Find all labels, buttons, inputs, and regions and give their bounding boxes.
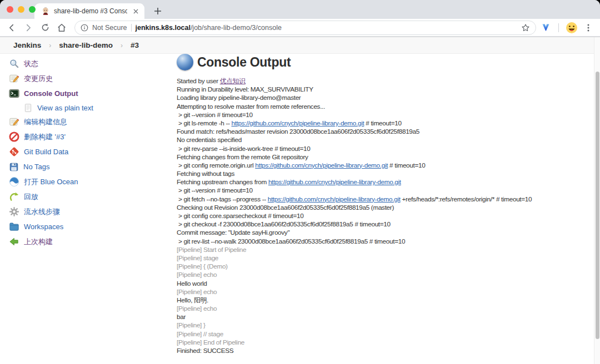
new-tab-button[interactable] xyxy=(150,3,166,19)
sidebar-item-edit-build-information[interactable]: 编辑构建信息 xyxy=(0,114,167,129)
browser-tab[interactable]: share-lib-demo #3 Console [Je xyxy=(34,3,144,19)
close-window-button[interactable] xyxy=(7,6,13,13)
maximize-window-button[interactable] xyxy=(29,6,36,13)
console-text: Loading library pipeline-library-demo@ma… xyxy=(177,94,301,102)
console-text: [Pipeline] // stage xyxy=(177,330,223,338)
arrow-left-icon xyxy=(9,236,19,247)
console-text: > git rev-list --no-walk 23000d08bce1aa6… xyxy=(177,237,405,245)
sidebar-item-label: 回放 xyxy=(24,192,38,202)
info-icon[interactable] xyxy=(81,24,88,32)
tab-strip: share-lib-demo #3 Console [Je xyxy=(0,0,600,19)
console-line: > git ls-remote -h -- https://github.com… xyxy=(177,119,593,128)
sidebar-item-git-build-data[interactable]: Git Build Data xyxy=(0,144,167,159)
console-line: Hello, 阳明. xyxy=(177,296,593,305)
breadcrumb-item--3[interactable]: #3 xyxy=(131,41,139,49)
console-line: > git rev-parse --is-inside-work-tree # … xyxy=(177,145,593,153)
sidebar: 状态变更历史Console OutputView as plain text编辑… xyxy=(0,54,167,364)
sidebar-item-view-as-plain-text[interactable]: View as plain text xyxy=(0,101,167,114)
browser-menu-icon[interactable] xyxy=(581,21,596,35)
git-icon xyxy=(9,146,19,157)
console-line: Fetching without tags xyxy=(177,170,593,178)
console-text: Fetching changes from the remote Git rep… xyxy=(177,153,308,161)
console-text: bar xyxy=(177,313,186,321)
console-link[interactable]: https://github.com/cnych/pipeline-librar… xyxy=(255,161,388,169)
console-line: > git config core.sparsecheckout # timeo… xyxy=(177,212,593,220)
notepad-icon xyxy=(9,73,19,84)
reload-button[interactable] xyxy=(38,21,52,35)
console-line: Started by user 优点知识 xyxy=(177,77,593,85)
console-line: [Pipeline] stage xyxy=(177,254,593,262)
page-scrollbar xyxy=(594,37,600,364)
minimize-window-button[interactable] xyxy=(18,6,24,13)
console-text: > git --version # timeout=10 xyxy=(177,186,253,194)
console-line: > git --version # timeout=10 xyxy=(177,111,593,119)
build-status-ball-icon xyxy=(177,54,193,70)
sidebar-item-label: 状态 xyxy=(24,59,38,69)
sidebar-item-console-output[interactable]: Console Output xyxy=(0,86,167,101)
forward-button[interactable] xyxy=(21,21,36,35)
back-button[interactable] xyxy=(4,21,19,35)
sidebar-item-label: 删除构建 '#3' xyxy=(24,132,66,142)
console-link[interactable]: 优点知识 xyxy=(220,77,246,85)
tab-close-icon[interactable] xyxy=(131,7,140,16)
console-text: Fetching without tags xyxy=(177,170,234,178)
breadcrumb-separator-icon: › xyxy=(49,42,51,49)
sidebar-item-label: Workspaces xyxy=(24,223,63,231)
breadcrumb-item-jenkins[interactable]: Jenkins xyxy=(13,41,41,49)
sidebar-item-previous-build[interactable]: 上次构建 xyxy=(0,234,167,249)
sidebar-item-label: Git Build Data xyxy=(24,148,68,156)
console-text: > git ls-remote -h -- xyxy=(177,119,231,127)
console-line: Running in Durability level: MAX_SURVIVA… xyxy=(177,85,593,94)
sidebar-item-label: No Tags xyxy=(23,163,49,171)
console-text: [Pipeline] End of Pipeline xyxy=(177,338,244,346)
browser-toolbar: Not Secure jenkins.k8s.local/job/share-l… xyxy=(0,19,600,37)
console-text: > git config remote.origin.url xyxy=(177,161,255,169)
sidebar-item-delete-build[interactable]: 删除构建 '#3' xyxy=(0,129,167,144)
security-label: Not Secure xyxy=(92,24,127,32)
console-line: [Pipeline] } xyxy=(177,321,593,330)
sidebar-item-label: 上次构建 xyxy=(24,237,53,247)
sidebar-item-no-tags[interactable]: No Tags xyxy=(0,159,167,174)
breadcrumb: Jenkins›share-lib-demo›#3 xyxy=(0,37,600,54)
console-text: > git config core.sparsecheckout # timeo… xyxy=(177,212,304,220)
scrollbar-thumb[interactable] xyxy=(596,72,599,339)
console-line: > git fetch --no-tags --progress -- http… xyxy=(177,195,593,204)
terminal-icon xyxy=(9,88,19,99)
console-header: Console Output xyxy=(177,54,593,72)
console-text: Running in Durability level: MAX_SURVIVA… xyxy=(177,85,313,93)
console-line: > git checkout -f 23000d08bce1aa606f2d05… xyxy=(177,220,593,229)
console-text: # timeout=10 xyxy=(388,161,425,169)
console-text: [Pipeline] echo xyxy=(177,288,217,296)
bookmark-star-icon[interactable] xyxy=(521,23,530,32)
console-line: Fetching changes from the remote Git rep… xyxy=(177,153,593,161)
toolbar-separator xyxy=(558,23,559,32)
address-bar[interactable]: Not Secure jenkins.k8s.local/job/share-l… xyxy=(74,21,536,35)
console-line: [Pipeline] echo xyxy=(177,305,593,313)
sidebar-item-workspaces[interactable]: Workspaces xyxy=(0,219,167,234)
extension-icon[interactable] xyxy=(538,21,553,35)
window-controls xyxy=(7,6,36,13)
console-link[interactable]: https://github.com/cnych/pipeline-librar… xyxy=(268,178,401,186)
breadcrumb-item-share-lib-demo[interactable]: share-lib-demo xyxy=(59,41,113,49)
console-line: Hello world xyxy=(177,280,593,288)
console-text: Commit message: "Update sayHi.groovy" xyxy=(177,229,289,236)
console-link[interactable]: https://github.com/cnych/pipeline-librar… xyxy=(268,195,401,203)
profile-avatar[interactable] xyxy=(564,21,579,35)
forbidden-icon xyxy=(9,132,19,142)
url-text: jenkins.k8s.local/job/share-lib-demo/3/c… xyxy=(136,24,282,32)
console-link[interactable]: https://github.com/cnych/pipeline-librar… xyxy=(231,119,364,127)
console-line: [Pipeline] echo xyxy=(177,288,593,296)
sidebar-item-changes[interactable]: 变更历史 xyxy=(0,71,167,86)
home-button[interactable] xyxy=(54,21,69,35)
sidebar-item-pipeline-steps[interactable]: 流水线步骤 xyxy=(0,204,167,219)
console-text: > git --version # timeout=10 xyxy=(177,111,253,119)
console-line: [Pipeline] echo xyxy=(177,271,593,279)
blue-ocean-icon xyxy=(9,176,19,187)
gear-icon xyxy=(9,206,19,217)
sidebar-item-replay[interactable]: 回放 xyxy=(0,189,167,204)
console-text: Hello, 阳明. xyxy=(177,296,208,304)
sidebar-item-open-blue-ocean[interactable]: 打开 Blue Ocean xyxy=(0,174,167,189)
replay-icon xyxy=(9,191,19,202)
browser-window: share-lib-demo #3 Console [Je Not Secure xyxy=(0,0,600,364)
sidebar-item-status[interactable]: 状态 xyxy=(0,56,167,71)
